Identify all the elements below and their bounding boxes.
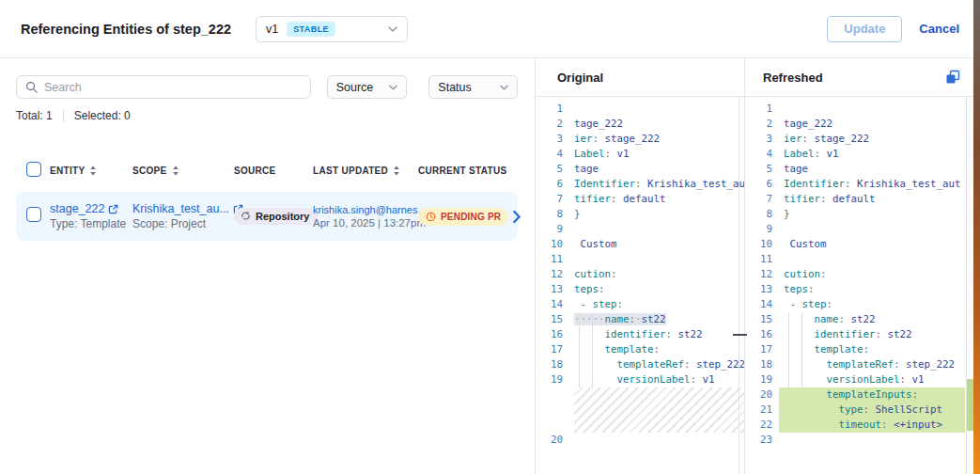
code-line: 8} [745,207,973,222]
update-button[interactable]: Update [827,16,902,42]
diff-filler [536,387,744,433]
line-number: 22+ [745,418,779,433]
diff-change-marker [733,334,747,336]
code-line: 14 - step: [536,297,744,312]
dialog-body: Source Status Total: 1 Selected: 0 [0,58,980,474]
original-code-pane[interactable]: 12tage_2223ier: stage_2224Label: v15tage… [536,97,745,474]
sort-icon[interactable] [393,166,400,176]
copy-button[interactable] [945,70,960,85]
line-number: 13 [536,282,569,297]
indent-guide [579,327,580,342]
code-line: 1 [536,102,744,117]
cancel-button[interactable]: Cancel [919,22,959,36]
line-number: 15 [536,312,569,327]
code-line: 12cution: [745,267,973,282]
refreshed-title: Refreshed [763,71,823,85]
indent-guide [801,342,802,357]
indent-guide [801,387,802,403]
line-number: 1 [536,102,569,117]
column-label: CURRENT STATUS [418,166,506,176]
refreshed-code-pane[interactable]: 12tage_2223ier: stage_2224Label: v15tage… [745,97,973,474]
indent-guide [788,357,789,372]
status-filter-dropdown[interactable]: Status [428,75,518,99]
code-line: 2tage_222 [536,117,744,132]
filters-toolbar: Source Status [16,75,518,99]
expand-row-button[interactable] [512,211,521,223]
search-input[interactable] [44,81,302,94]
line-number: 14 [745,297,779,312]
external-link-icon[interactable] [108,204,118,214]
line-number: 23 [745,433,779,448]
sort-icon[interactable] [89,166,97,176]
chevron-down-icon [500,85,508,90]
source-cell: Repository [234,208,313,226]
line-number: 2 [745,117,779,132]
code-line: 14 - step: [745,297,973,312]
code-line: 18 templateRef: step_222 [536,357,744,372]
totals-divider [63,109,64,122]
status-cell: PENDING PR [418,208,512,226]
source-filter-dropdown[interactable]: Source [327,75,408,99]
search-box [16,75,311,99]
copy-icon [945,70,960,85]
status-badge[interactable]: PENDING PR [418,208,508,226]
indent-guide [579,312,580,327]
page-title: Referencing Entities of step_222 [21,22,231,37]
line-number: 7 [536,192,569,207]
indent-guide [788,372,789,387]
scope-link[interactable]: Krishika_test_au... [132,202,229,215]
line-number: 12 [536,267,569,282]
code-line: 4Label: v1 [745,147,973,162]
sort-icon[interactable] [172,166,179,176]
line-number: 16 [745,327,779,342]
line-number: 9 [745,222,779,237]
select-all-checkbox[interactable] [26,162,41,177]
line-number: 19 [536,372,569,387]
column-header-scope[interactable]: SCOPE [132,166,234,176]
status-badge-label: PENDING PR [441,212,501,222]
code-line: 10 Custom [745,237,973,252]
status-filter-label: Status [438,81,471,94]
repository-icon [241,211,251,221]
column-label: SCOPE [132,166,167,176]
code-line: 21+ type: ShellScript [745,403,973,418]
line-number: 18 [745,357,779,372]
code-line: 17 template: [745,342,973,357]
indent-guide [592,327,593,342]
code-line: 22+ timeout: <+input> [745,418,973,433]
column-header-entity[interactable]: ENTITY [50,166,132,176]
code-line: 7tifier: default [745,192,973,207]
line-number: 11 [745,252,779,267]
code-line: 15·····name:·st22 [536,312,744,327]
indent-guide [788,342,789,357]
column-label: ENTITY [50,166,85,176]
scope-detail: Scope: Project [132,217,234,230]
indent-guide [801,372,802,387]
line-number: 16 [536,327,569,342]
original-header: Original [536,58,745,96]
version-label: v1 [266,23,278,36]
dialog-header: Referencing Entities of step_222 v1 STAB… [0,0,980,58]
code-line: 4Label: v1 [536,147,744,162]
search-icon [25,81,38,93]
version-dropdown[interactable]: v1 STABLE [256,16,408,42]
column-header-updated[interactable]: LAST UPDATED [313,166,418,176]
column-header-status: CURRENT STATUS [418,166,512,176]
totals-row: Total: 1 Selected: 0 [16,109,518,122]
code-line: 18 templateRef: step_222 [745,357,973,372]
column-header-source: SOURCE [234,166,313,176]
line-number: 3 [536,132,569,147]
line-number: 21+ [745,403,779,418]
code-line: 16 identifier: st22 [536,327,744,342]
indent-guide [801,357,802,372]
code-line: 15 name: st22 [745,312,973,327]
code-line: 13teps: [536,282,744,297]
code-line: 3ier: stage_222 [745,132,973,147]
indent-guide [788,312,789,327]
code-line: 16 identifier: st22 [745,327,973,342]
table-row[interactable]: stage_222 Type: Template Krishika_test_a… [16,192,518,241]
line-number: 10 [536,237,569,252]
row-checkbox[interactable] [26,207,41,222]
indent-guide [788,327,789,342]
entity-link[interactable]: stage_222 [50,202,104,215]
